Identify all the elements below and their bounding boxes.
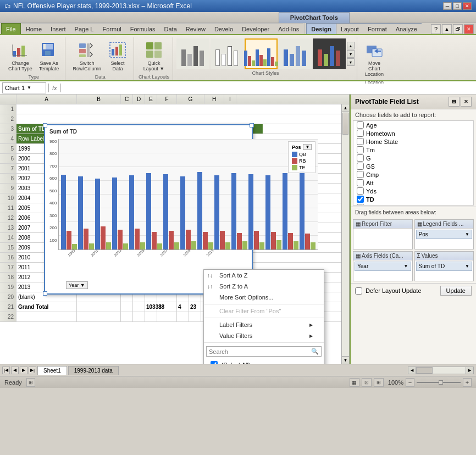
tab-nav-prev[interactable]: ◀ (11, 367, 19, 374)
hscroll-thumb[interactable] (416, 367, 433, 374)
sheet-tab-data[interactable]: 1999-2013 data (68, 366, 119, 375)
pivot-close-btn[interactable]: ✕ (461, 97, 472, 107)
scroll-thumb[interactable] (342, 113, 348, 135)
pivot-legend-pos-item[interactable]: Pos ▼ (416, 230, 473, 239)
sheet-tab-sheet1[interactable]: Sheet1 (37, 366, 67, 375)
tab-pagelayout[interactable]: Page L (70, 23, 98, 34)
filter-select-all[interactable]: (Select All) (208, 360, 319, 364)
chart-style-2[interactable] (211, 38, 243, 69)
sort-az-item[interactable]: ↑↓ Sort A to Z (204, 270, 324, 281)
page-break-btn[interactable]: ⊞ (374, 378, 384, 387)
restore-btn[interactable]: □ (453, 2, 462, 10)
switch-row-col-btn[interactable]: SwitchRow/Column (70, 38, 104, 73)
close-btn[interactable]: ✕ (463, 2, 472, 10)
pivot-field-list[interactable]: Age Hometown Home State Tm G GS Cmp Att (353, 120, 474, 206)
select-data-btn[interactable]: SelectData (105, 38, 130, 73)
chart-resize-handle-tl[interactable] (43, 123, 47, 127)
quick-layout-btn[interactable]: QuickLayout ▼ (140, 38, 168, 73)
pivot-field-gs[interactable]: GS (356, 162, 471, 170)
change-chart-type-btn[interactable]: ChangeChart Type (5, 38, 35, 73)
save-as-template-btn[interactable]: Save AsTemplate (36, 38, 62, 73)
title-bar-left: 🗂 NFL Offensive Player stats, 1999-2013.… (4, 2, 192, 10)
update-btn[interactable]: Update (440, 286, 472, 296)
move-chart-location-btn[interactable]: MoveChartLocation (362, 38, 387, 79)
chart-style-3[interactable] (245, 38, 278, 69)
tab-review[interactable]: Data (160, 23, 181, 34)
zoom-slider[interactable] (417, 379, 461, 386)
tab-analyze[interactable]: Analyze (391, 23, 422, 34)
scroll-up-btn[interactable]: ▲ (342, 104, 349, 112)
more-sort-item[interactable]: More Sort Options... (204, 292, 324, 303)
tab-format[interactable]: Format (363, 23, 391, 34)
minimize-btn[interactable]: ─ (443, 2, 452, 10)
clear-filter-item[interactable]: Clear Filter From "Pos" (204, 306, 324, 317)
tab-data[interactable]: Formulas (126, 23, 160, 34)
help-btn[interactable]: ? (431, 24, 441, 34)
tab-layout[interactable]: Layout (336, 23, 363, 34)
pivot-values-sumtd-item[interactable]: Sum of TD ▼ (416, 262, 473, 271)
axis-year-dropdown[interactable]: ▼ (404, 264, 408, 269)
page-layout-btn[interactable]: ⊡ (362, 378, 372, 387)
sheet-tab-bar: |◀ ◀ ▶ ▶| Sheet1 1999-2013 data ◀ ▶ (0, 364, 476, 376)
chart-resize-handle-tr[interactable] (250, 123, 254, 127)
ribbon-group-data: SwitchRow/Column SelectData Data (67, 37, 134, 80)
tab-nav-last[interactable]: ▶| (29, 367, 36, 374)
label-filters-item[interactable]: Label Filters ▶ (204, 319, 324, 330)
name-box[interactable]: Chart 1 ▼ (2, 82, 46, 93)
chart-style-1[interactable] (176, 38, 209, 69)
vertical-scrollbar[interactable]: ▲ ▼ (341, 104, 349, 364)
col-header-c: C (121, 95, 133, 104)
hscroll-right-btn[interactable]: ▶ (466, 367, 473, 374)
tab-developer[interactable]: Develo (210, 23, 237, 34)
chart-style-scroll-down[interactable]: ▼ (347, 50, 355, 58)
values-sumtd-dropdown[interactable]: ▼ (465, 264, 469, 269)
zoom-in-btn[interactable]: + (463, 378, 472, 387)
window-close-app-btn[interactable]: ✕ (464, 24, 474, 34)
pivot-layout-btn[interactable]: ⊞ (449, 97, 460, 107)
tab-home[interactable]: Home (21, 23, 46, 34)
tab-design[interactable]: Design (306, 23, 336, 34)
scroll-down-btn[interactable]: ▼ (342, 356, 349, 364)
chart-filter-btn[interactable]: ▼ (303, 144, 312, 150)
window-controls[interactable]: ─ □ ✕ (443, 2, 472, 10)
pivot-field-g[interactable]: G (356, 154, 471, 162)
pivot-axis-year-item[interactable]: Year ▼ (355, 262, 411, 271)
chart-style-scroll-up[interactable]: ▲ (347, 42, 355, 49)
chart-resize-handle-bl[interactable] (43, 291, 47, 296)
sort-za-item[interactable]: ↓↑ Sort Z to A (204, 281, 324, 292)
year-filter-btn[interactable]: Year ▼ (66, 281, 88, 289)
pivot-field-int[interactable]: Int (356, 203, 471, 206)
chart-style-more[interactable]: ▼ (347, 58, 355, 66)
tab-nav-first[interactable]: |◀ (2, 367, 10, 374)
tab-nav-next[interactable]: ▶ (20, 367, 27, 374)
horizontal-scrollbar[interactable]: ◀ ▶ (408, 367, 474, 374)
legend-pos-dropdown[interactable]: ▼ (465, 232, 469, 237)
formula-input[interactable] (61, 84, 476, 92)
hscroll-left-btn[interactable]: ◀ (408, 367, 416, 374)
chart-style-5[interactable] (313, 38, 346, 69)
pivot-field-cmp[interactable]: Cmp (356, 170, 471, 179)
value-filters-item[interactable]: Value Filters ▶ (204, 330, 324, 341)
tab-formulas[interactable]: Formul (98, 23, 125, 34)
search-icon: 🔍 (311, 348, 319, 355)
chart-style-4[interactable] (279, 38, 312, 69)
pivot-field-age[interactable]: Age (356, 121, 471, 129)
ribbon-collapse-btn[interactable]: ▲ (442, 24, 452, 34)
tab-person[interactable]: Add-Ins (274, 23, 303, 34)
zoom-out-btn[interactable]: − (406, 378, 414, 387)
pivot-field-homestate[interactable]: Home State (356, 137, 471, 146)
tab-file[interactable]: File (1, 23, 21, 34)
pivot-field-att[interactable]: Att (356, 179, 471, 187)
normal-view-btn[interactable]: ▦ (350, 378, 359, 387)
defer-layout-checkbox[interactable] (355, 287, 362, 295)
tab-insert[interactable]: Insert (46, 23, 70, 34)
pivot-field-tm[interactable]: Tm (356, 146, 471, 154)
zoom-slider-thumb[interactable] (439, 380, 443, 385)
window-restore-btn[interactable]: 🗗 (453, 24, 463, 34)
tab-view[interactable]: Review (181, 23, 210, 34)
filter-search-input[interactable] (209, 348, 309, 355)
pivot-field-hometown[interactable]: Hometown (356, 129, 471, 137)
pivot-field-td[interactable]: TD (356, 195, 471, 203)
tab-addins[interactable]: Developer (237, 23, 274, 34)
pivot-field-yds[interactable]: Yds (356, 187, 471, 195)
